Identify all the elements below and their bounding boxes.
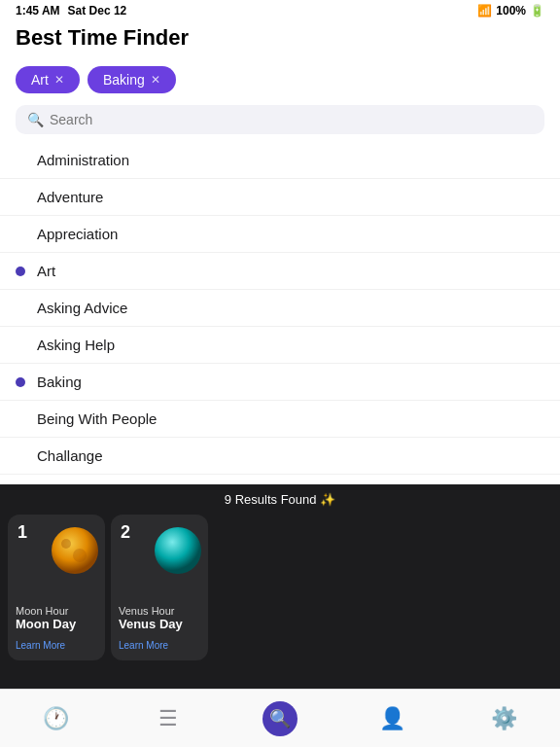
tag-baking-close-icon[interactable]: ✕ — [151, 73, 160, 87]
nav-clock[interactable]: 🕐 — [0, 690, 112, 747]
card-hour: Moon Hour — [16, 605, 97, 617]
nav-profile[interactable]: 👤 — [336, 690, 448, 747]
list-item-label: Being With People — [37, 410, 157, 427]
list-item-label: Administration — [37, 152, 129, 168]
list-item[interactable]: Challange — [0, 438, 560, 475]
wifi-icon: 📶 — [477, 4, 492, 18]
selected-dot — [16, 267, 25, 276]
battery-text: 100% — [496, 4, 526, 18]
list-item[interactable]: Adventure — [0, 179, 560, 216]
status-bar: 1:45 AM Sat Dec 12 📶 100% 🔋 — [0, 0, 560, 21]
empty-dot — [16, 230, 25, 239]
tag-row: Art ✕ Baking ✕ — [0, 58, 560, 101]
list-item[interactable]: Baking — [0, 364, 560, 401]
selected-dot — [16, 377, 25, 387]
list-item[interactable]: Appreciation — [0, 216, 560, 253]
empty-dot — [16, 193, 25, 202]
tag-baking-button[interactable]: Baking ✕ — [88, 66, 176, 93]
settings-icon: ⚙️ — [491, 706, 517, 731]
app-title: Best Time Finder — [16, 25, 189, 50]
list-icon: ☰ — [158, 706, 178, 731]
list-item[interactable]: Asking Advice — [0, 290, 560, 327]
results-count: 9 Results Found ✨ — [0, 492, 560, 507]
list-item[interactable]: Administration — [0, 142, 560, 179]
empty-dot — [16, 451, 25, 461]
card-learn-more[interactable]: Learn More — [16, 640, 65, 651]
card-planet — [152, 524, 204, 577]
list-item-label: Baking — [37, 374, 82, 390]
empty-dot — [16, 414, 25, 424]
empty-dot — [16, 340, 25, 350]
list-item[interactable]: Asking Help — [0, 327, 560, 364]
list-item-label: Asking Help — [37, 337, 115, 353]
list-container[interactable]: AdministrationAdventureAppreciationArtAs… — [0, 142, 560, 521]
list-item-label: Asking Advice — [37, 300, 127, 316]
svg-point-1 — [61, 539, 71, 549]
search-nav-icon: 🔍 — [262, 701, 298, 736]
card-number: 1 — [18, 522, 27, 543]
result-card[interactable]: 1Moon HourMoon DayLearn More — [8, 515, 105, 660]
header: Best Time Finder — [0, 21, 560, 58]
bottom-nav: 🕐 ☰ 🔍 👤 ⚙️ — [0, 689, 560, 747]
nav-list[interactable]: ☰ — [112, 690, 224, 747]
svg-point-3 — [155, 527, 201, 574]
list-item-label: Adventure — [37, 189, 103, 205]
result-card[interactable]: 2Venus HourVenus DayLearn More — [111, 515, 208, 660]
card-hour: Venus Hour — [119, 605, 200, 617]
tag-baking-label: Baking — [103, 72, 145, 88]
card-day: Moon Day — [16, 617, 97, 631]
list-item-label: Appreciation — [37, 226, 118, 242]
nav-settings[interactable]: ⚙️ — [448, 690, 560, 747]
search-bar: 🔍 — [16, 105, 544, 134]
list-item-label: Art — [37, 263, 55, 279]
search-container: 🔍 — [0, 101, 560, 142]
results-section: 9 Results Found ✨ 1Moon HourMoon DayLear… — [0, 484, 560, 689]
empty-dot — [16, 156, 25, 165]
status-time: 1:45 AM — [16, 4, 60, 18]
list-item-label: Challange — [37, 447, 103, 464]
empty-dot — [16, 303, 25, 313]
svg-point-2 — [73, 549, 87, 562]
profile-icon: 👤 — [379, 706, 405, 731]
search-input[interactable] — [50, 112, 533, 127]
tag-art-close-icon[interactable]: ✕ — [54, 73, 64, 87]
tag-art-label: Art — [31, 72, 49, 88]
svg-point-0 — [52, 527, 98, 574]
nav-search[interactable]: 🔍 — [224, 690, 335, 747]
cards-row: 1Moon HourMoon DayLearn More2Venus HourV… — [0, 515, 560, 660]
card-learn-more[interactable]: Learn More — [119, 640, 168, 651]
card-info: Moon HourMoon DayLearn More — [16, 605, 97, 653]
card-day: Venus Day — [119, 617, 200, 631]
list-item[interactable]: Being With People — [0, 401, 560, 438]
tag-art-button[interactable]: Art ✕ — [16, 66, 80, 93]
search-icon: 🔍 — [27, 112, 44, 127]
card-planet — [49, 524, 101, 577]
card-number: 2 — [121, 522, 130, 543]
card-info: Venus HourVenus DayLearn More — [119, 605, 200, 653]
clock-icon: 🕐 — [43, 706, 69, 731]
list-item[interactable]: Art — [0, 253, 560, 290]
battery-icon: 🔋 — [530, 4, 544, 18]
status-date: Sat Dec 12 — [68, 4, 127, 18]
